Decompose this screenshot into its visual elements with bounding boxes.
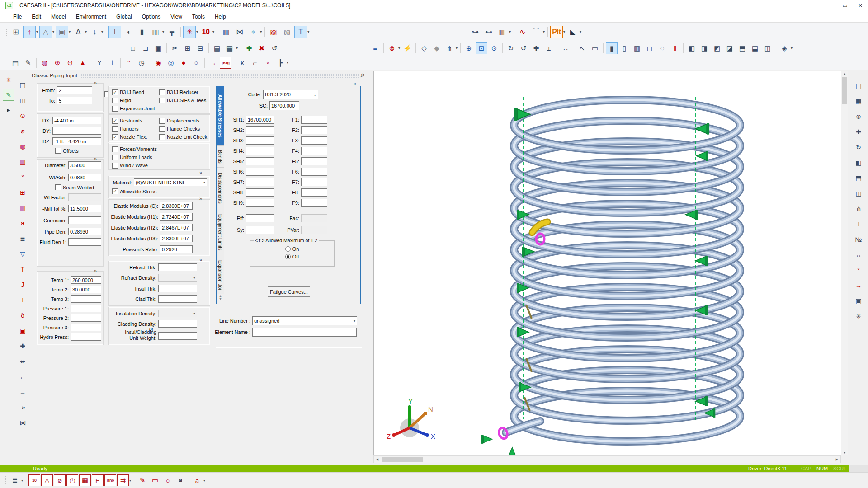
sh1-field[interactable]: 16700.000	[246, 116, 274, 124]
dropdown-caret-icon[interactable]: ▾	[69, 30, 71, 34]
vertical-scroll-thumb[interactable]	[842, 77, 847, 104]
block-operations-icon[interactable]: ▦	[224, 42, 236, 54]
f7-field[interactable]	[301, 178, 327, 186]
diameter-quick-icon[interactable]: ⌀	[54, 474, 66, 486]
first-element-icon[interactable]: ↞	[17, 356, 28, 367]
view-front-icon[interactable]: ◧	[686, 42, 698, 54]
front-view-tool-icon[interactable]: ◧	[853, 157, 864, 168]
expand-chevron-icon[interactable]: »	[94, 156, 96, 161]
tab-expansion-joi[interactable]: Expansion Joi	[217, 256, 224, 294]
turbine-icon[interactable]: ○	[190, 57, 202, 69]
error-check-icon[interactable]: ⊗	[386, 42, 398, 54]
f4-field[interactable]	[301, 147, 327, 155]
insul-thk-field[interactable]	[158, 285, 197, 292]
pipe-density-field[interactable]: 0.28930	[68, 228, 101, 235]
element-name-field[interactable]	[252, 328, 357, 337]
displacements-checkbox[interactable]	[159, 118, 165, 124]
annotate-text-icon[interactable]: aI	[175, 474, 186, 486]
menu-item-help[interactable]: Help	[210, 11, 231, 22]
rigids-view-icon[interactable]: ▣	[17, 325, 28, 336]
pressures-icon[interactable]: ⊞	[17, 187, 28, 198]
dropdown-caret-icon[interactable]: ▾	[260, 30, 262, 34]
anchor-node-icon[interactable]: ▲	[77, 57, 89, 69]
insulation-ring-icon[interactable]: ◍	[39, 57, 51, 69]
nozzle-lmt-check-checkbox[interactable]	[159, 134, 165, 140]
menu-item-edit[interactable]: Edit	[27, 11, 46, 22]
scroll-up-icon[interactable]: ▲	[841, 72, 848, 75]
rigid-checkbox[interactable]	[112, 98, 118, 103]
expand-chevron-icon[interactable]: »	[94, 80, 96, 85]
branch-tool-icon[interactable]: ┣	[274, 57, 286, 69]
annotate-circle-icon[interactable]: ○	[162, 474, 174, 486]
node-in-icon[interactable]: ⊕	[52, 57, 63, 69]
fluid-density-icon[interactable]: ▽	[17, 249, 28, 259]
menu-item-environment[interactable]: Environment	[71, 11, 111, 22]
new-file-icon[interactable]: □	[127, 42, 139, 54]
insul-cladding-weight-field[interactable]	[158, 332, 197, 340]
print-3d-icon[interactable]: ▤	[9, 57, 21, 69]
eff-field[interactable]	[246, 214, 274, 222]
sc-field[interactable]: 16700.000	[269, 101, 299, 110]
temp1-field[interactable]: 260.0000	[71, 276, 101, 284]
show-node-numbers-icon[interactable]: №	[853, 234, 864, 245]
compressor-icon[interactable]: ◎	[165, 57, 177, 69]
valve-flange-icon[interactable]: ⋈	[233, 26, 246, 38]
em-h3-field[interactable]: 2.8300E+07	[160, 235, 193, 242]
menu-item-view[interactable]: View	[165, 11, 187, 22]
top-view-tool-icon[interactable]: ⬒	[853, 173, 864, 183]
zoom-cube-icon[interactable]: ⊡	[476, 42, 487, 54]
f-max-off-radio[interactable]	[285, 254, 291, 259]
dropdown-caret-icon[interactable]: ▾	[307, 30, 309, 34]
schedule-icon[interactable]: ▥	[17, 202, 28, 213]
orbit-icon[interactable]: ↻	[505, 42, 517, 54]
pump-icon[interactable]: ◉	[152, 57, 164, 69]
break-element-icon[interactable]: ⋈	[17, 418, 28, 428]
node-ring-icon[interactable]: ◦	[262, 57, 274, 69]
elastic-modulus-quick-icon[interactable]: E	[92, 474, 104, 486]
dropdown-caret-icon[interactable]: ▾	[101, 30, 103, 34]
anchors-view-icon[interactable]: ⊥	[17, 295, 28, 305]
chevron-down-icon[interactable]: ▾	[203, 180, 205, 184]
em-c-field[interactable]: 2.8300E+07	[160, 202, 193, 210]
dropdown-caret-icon[interactable]: ▾	[287, 61, 288, 65]
node-out-icon[interactable]: ⊖	[64, 57, 76, 69]
dropdown-caret-icon[interactable]: ▾	[212, 30, 214, 34]
loop-design-icon[interactable]: ⌒	[530, 26, 542, 38]
zoom-tool-icon[interactable]: ⊕	[853, 111, 864, 122]
dropdown-caret-icon[interactable]: ▾	[509, 30, 511, 34]
insulation-hatch-icon[interactable]: ▨	[267, 26, 280, 38]
active-tool-icon[interactable]: ✎	[3, 89, 14, 101]
menu-item-file[interactable]: File	[8, 11, 27, 22]
code-dropdown[interactable]: B31.3-2020 ⌄	[263, 90, 318, 99]
fluid-density-field[interactable]	[68, 238, 101, 246]
sh9-field[interactable]	[246, 199, 274, 207]
find-node-icon[interactable]: ⌖	[247, 26, 259, 38]
delta-quick-icon[interactable]: △	[41, 474, 53, 486]
select-cursor-icon[interactable]: ↖	[576, 42, 588, 54]
print-icon[interactable]: ▤	[211, 42, 223, 54]
zoom-extents-icon[interactable]: ⊕	[463, 42, 475, 54]
dropdown-caret-icon[interactable]: ▾	[543, 30, 545, 34]
flange-icon[interactable]: ⊥	[108, 26, 121, 38]
dropdown-caret-icon[interactable]: ▾	[85, 30, 87, 34]
hydro-press-field[interactable]	[71, 333, 101, 341]
temperatures-icon[interactable]: °	[17, 172, 28, 183]
dx-field[interactable]: -4.400 in	[52, 117, 101, 124]
split-element-icon[interactable]: Y	[94, 57, 105, 69]
line-number-dropdown[interactable]: unassigned ▾	[252, 316, 357, 325]
hangers-checkbox[interactable]	[112, 126, 118, 132]
compass-icon[interactable]: ◈	[778, 42, 790, 54]
view-bottom-icon[interactable]: ⬓	[749, 42, 761, 54]
render-wireframe-icon[interactable]: ▥	[631, 42, 643, 54]
insulation-density-dropdown[interactable]: ▾	[158, 310, 197, 317]
expand-chevron-icon[interactable]: »	[199, 257, 201, 263]
fac-field[interactable]	[301, 214, 327, 222]
to-field[interactable]: 5	[57, 97, 92, 104]
restraint-anchor-icon[interactable]: ↑	[23, 26, 36, 38]
element-end-icon[interactable]: ⊷	[482, 26, 495, 38]
restraint-display-icon[interactable]: ⋔	[443, 42, 455, 54]
paste-icon[interactable]: ⊟	[194, 42, 206, 54]
forces-moments-checkbox[interactable]	[112, 146, 118, 152]
menu-item-options[interactable]: Options	[137, 11, 165, 22]
node-increment-icon[interactable]: 10	[199, 26, 212, 38]
